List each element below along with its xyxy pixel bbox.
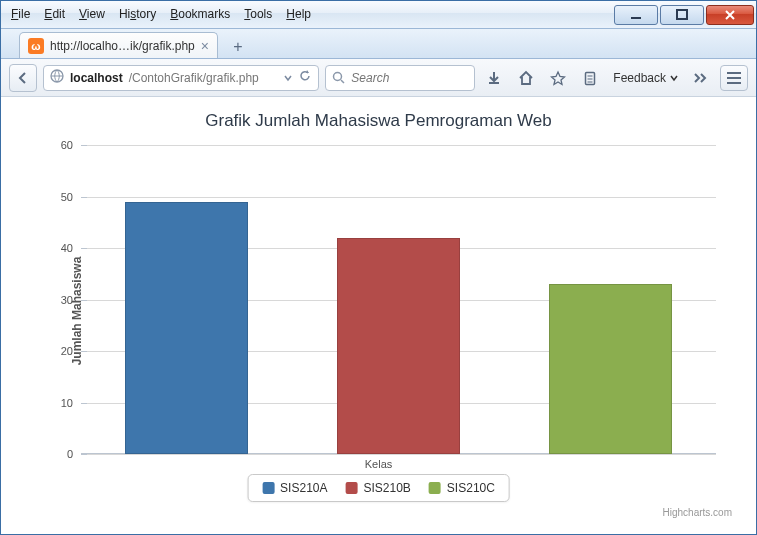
- chart-plot-area: 0102030405060: [81, 145, 716, 454]
- chart-y-tick: 10: [61, 397, 81, 409]
- menu-bookmarks[interactable]: Bookmarks: [164, 5, 236, 23]
- back-arrow-icon: [15, 70, 31, 86]
- chart-gridline: [81, 145, 716, 146]
- window-minimize-button[interactable]: [614, 5, 658, 25]
- menu-tools[interactable]: Tools: [238, 5, 278, 23]
- legend-label: SIS210B: [363, 481, 410, 495]
- window-titlebar: File Edit View History Bookmarks Tools H…: [1, 1, 756, 29]
- legend-swatch-icon: [262, 482, 274, 494]
- hamburger-icon: [727, 72, 741, 74]
- window-close-button[interactable]: [706, 5, 754, 25]
- window-maximize-button[interactable]: [660, 5, 704, 25]
- chevron-double-right-icon: [693, 73, 709, 83]
- maximize-icon: [676, 9, 688, 21]
- svg-rect-1: [677, 10, 687, 19]
- chart-gridline: [81, 197, 716, 198]
- search-bar[interactable]: [325, 65, 475, 91]
- chart-title: Grafik Jumlah Mahasiswa Pemrograman Web: [11, 97, 746, 131]
- chart-y-tick: 40: [61, 242, 81, 254]
- chart-bar[interactable]: [549, 284, 672, 454]
- history-dropdown-button[interactable]: [284, 71, 292, 85]
- chart-container: Grafik Jumlah Mahasiswa Pemrograman Web …: [11, 97, 746, 524]
- home-button[interactable]: [513, 65, 539, 91]
- tab-close-button[interactable]: ×: [201, 39, 209, 53]
- search-icon: [332, 71, 345, 84]
- bookmarks-menu-button[interactable]: [577, 65, 603, 91]
- url-path: /ContohGrafik/grafik.php: [129, 71, 259, 85]
- menu-button[interactable]: [720, 65, 748, 91]
- legend-swatch-icon: [345, 482, 357, 494]
- clipboard-icon: [582, 70, 598, 86]
- chart-y-tick: 20: [61, 345, 81, 357]
- feedback-label: Feedback: [613, 71, 666, 85]
- legend-label: SIS210A: [280, 481, 327, 495]
- address-bar[interactable]: localhost/ContohGrafik/grafik.php: [43, 65, 319, 91]
- home-icon: [518, 70, 534, 86]
- chart-legend-item[interactable]: SIS210C: [429, 481, 495, 495]
- reload-button[interactable]: [298, 69, 312, 86]
- back-button[interactable]: [9, 64, 37, 92]
- tab-title: http://localho…ik/grafik.php: [50, 39, 195, 53]
- download-icon: [486, 70, 502, 86]
- menu-history[interactable]: History: [113, 5, 162, 23]
- xampp-favicon-icon: ω: [28, 38, 44, 54]
- star-icon: [550, 70, 566, 86]
- svg-point-3: [334, 73, 342, 81]
- chart-legend-item[interactable]: SIS210B: [345, 481, 410, 495]
- url-host: localhost: [70, 71, 123, 85]
- chart-bar[interactable]: [337, 238, 460, 454]
- svg-rect-0: [631, 17, 641, 19]
- chart-gridline: [81, 454, 716, 455]
- site-identity-icon[interactable]: [50, 69, 64, 86]
- browser-tab[interactable]: ω http://localho…ik/grafik.php ×: [19, 32, 218, 58]
- overflow-button[interactable]: [688, 65, 714, 91]
- minimize-icon: [630, 9, 642, 21]
- menu-view[interactable]: View: [73, 5, 111, 23]
- close-icon: [724, 9, 736, 21]
- chevron-down-icon: [670, 74, 678, 82]
- chart-y-tick: 30: [61, 294, 81, 306]
- feedback-button[interactable]: Feedback: [609, 71, 682, 85]
- menu-bar: File Edit View History Bookmarks Tools H…: [5, 5, 317, 23]
- chart-bar[interactable]: [125, 202, 248, 454]
- tab-strip: ω http://localho…ik/grafik.php × +: [1, 29, 756, 59]
- chart-legend: SIS210ASIS210BSIS210C: [247, 474, 510, 502]
- chart-credits: Highcharts.com: [663, 507, 732, 518]
- search-input[interactable]: [351, 71, 451, 85]
- downloads-button[interactable]: [481, 65, 507, 91]
- menu-edit[interactable]: Edit: [38, 5, 71, 23]
- chart-y-tick: 50: [61, 191, 81, 203]
- chart-legend-item[interactable]: SIS210A: [262, 481, 327, 495]
- chevron-down-icon: [284, 74, 292, 82]
- bookmark-button[interactable]: [545, 65, 571, 91]
- legend-swatch-icon: [429, 482, 441, 494]
- navigation-toolbar: localhost/ContohGrafik/grafik.php Feedba…: [1, 59, 756, 97]
- reload-icon: [298, 69, 312, 83]
- chart-y-tick: 60: [61, 139, 81, 151]
- legend-label: SIS210C: [447, 481, 495, 495]
- chart-y-tick: 0: [67, 448, 81, 460]
- menu-file[interactable]: File: [5, 5, 36, 23]
- menu-help[interactable]: Help: [280, 5, 317, 23]
- page-content: Grafik Jumlah Mahasiswa Pemrograman Web …: [1, 97, 756, 534]
- chart-x-axis-label: Kelas: [365, 458, 393, 470]
- new-tab-button[interactable]: +: [226, 36, 250, 58]
